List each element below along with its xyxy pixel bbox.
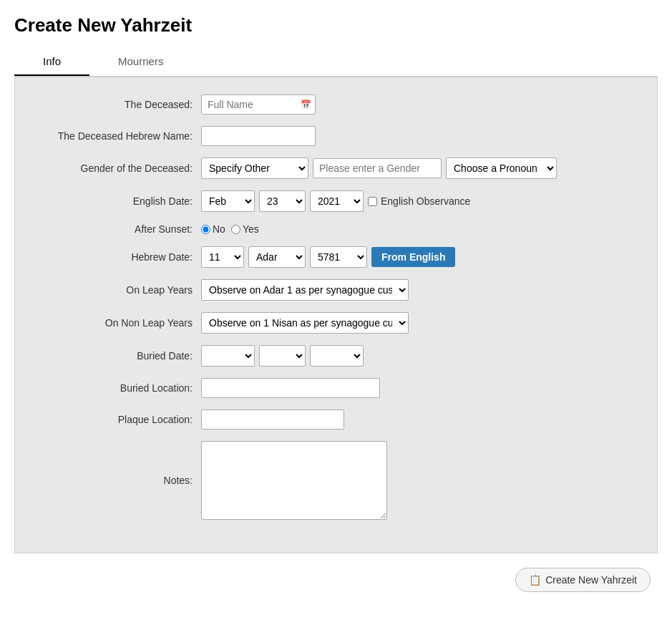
gender-select[interactable]: Specify OtherMaleFemale (201, 158, 308, 179)
deceased-row: The Deceased: 📅 (29, 95, 643, 115)
from-english-button[interactable]: From English (371, 247, 455, 267)
buried-location-label: Buried Location: (29, 382, 201, 394)
no-radio[interactable] (201, 225, 210, 234)
hebrew-month-select[interactable]: NisanIyarSivanTammuzAvElulTishriCheshvan… (248, 246, 306, 268)
leap-years-controls: Observe on Adar 1 as per synagogue custo… (201, 279, 409, 301)
after-sunset-row: After Sunset: No Yes (29, 223, 643, 235)
leap-years-label: On Leap Years (29, 284, 201, 296)
english-day-select[interactable]: 1234567891011121314151617181920212223242… (259, 190, 306, 212)
plaque-location-controls (201, 410, 344, 430)
deceased-controls: 📅 (201, 95, 316, 115)
leap-years-row: On Leap Years Observe on Adar 1 as per s… (29, 279, 643, 301)
yes-label: Yes (243, 223, 259, 235)
notes-label: Notes: (29, 475, 201, 486)
notes-textarea[interactable] (201, 441, 387, 520)
bottom-bar: 📋 Create New Yahrzeit (14, 568, 658, 592)
form-container: The Deceased: 📅 The Deceased Hebrew Name… (14, 77, 658, 553)
tab-info[interactable]: Info (14, 48, 89, 76)
non-leap-years-label: On Non Leap Years (29, 317, 201, 329)
gender-controls: Specify OtherMaleFemale Choose a Pronoun… (201, 158, 557, 179)
create-icon: 📋 (529, 574, 541, 586)
english-date-controls: JanFebMarAprMayJunJulAugSepOctNovDec 123… (201, 190, 470, 212)
buried-location-controls (201, 378, 380, 398)
no-label: No (213, 223, 225, 235)
create-button[interactable]: 📋 Create New Yahrzeit (515, 568, 651, 592)
buried-year-select[interactable]: 20192020202120222023 (310, 345, 364, 367)
pronoun-select[interactable]: Choose a PronounHe/HimShe/HerThey/Them (446, 158, 557, 179)
gender-text-input[interactable] (313, 158, 442, 178)
buried-date-row: Buried Date: JanFebMarAprMayJunJulAugSep… (29, 345, 643, 367)
after-sunset-controls: No Yes (201, 223, 259, 235)
hebrew-name-label: The Deceased Hebrew Name: (29, 130, 201, 142)
yes-radio-label[interactable]: Yes (231, 223, 259, 235)
notes-row: Notes: (29, 441, 643, 520)
non-leap-years-row: On Non Leap Years Observe on 1 Nisan as … (29, 312, 643, 334)
buried-location-row: Buried Location: (29, 378, 643, 398)
non-leap-years-select[interactable]: Observe on 1 Nisan as per synagogue cust… (201, 312, 409, 334)
tabs-container: Info Mourners (14, 48, 658, 77)
buried-date-controls: JanFebMarAprMayJunJulAugSepOctNovDec 123… (201, 345, 364, 367)
buried-location-input[interactable] (201, 378, 380, 398)
english-month-select[interactable]: JanFebMarAprMayJunJulAugSepOctNovDec (201, 190, 255, 212)
hebrew-year-select[interactable]: 57795780578157825783 (310, 246, 367, 268)
deceased-input[interactable] (201, 95, 316, 115)
non-leap-years-controls: Observe on 1 Nisan as per synagogue cust… (201, 312, 409, 334)
english-observance-label[interactable]: English Observance (368, 195, 470, 207)
gender-row: Gender of the Deceased: Specify OtherMal… (29, 158, 643, 179)
hebrew-date-row: Hebrew Date: 123456789101112131415161718… (29, 246, 643, 268)
after-sunset-label: After Sunset: (29, 223, 201, 235)
calendar-icon: 📅 (301, 100, 311, 110)
hebrew-name-row: The Deceased Hebrew Name: (29, 126, 643, 146)
english-date-label: English Date: (29, 195, 201, 207)
tab-mourners[interactable]: Mourners (89, 48, 192, 76)
buried-day-select[interactable]: 1234567891011121314151617181920212223242… (259, 345, 306, 367)
plaque-location-input[interactable] (201, 410, 344, 430)
plaque-location-row: Plaque Location: (29, 410, 643, 430)
hebrew-date-controls: 1234567891011121314151617181920212223242… (201, 246, 455, 268)
page-title: Create New Yahrzeit (14, 14, 658, 37)
english-year-select[interactable]: 20192020202120222023 (310, 190, 364, 212)
deceased-label: The Deceased: (29, 99, 201, 110)
hebrew-name-controls (201, 126, 316, 146)
leap-years-select[interactable]: Observe on Adar 1 as per synagogue custo… (201, 279, 409, 301)
no-radio-label[interactable]: No (201, 223, 225, 235)
english-date-row: English Date: JanFebMarAprMayJunJulAugSe… (29, 190, 643, 212)
hebrew-date-label: Hebrew Date: (29, 251, 201, 263)
english-observance-checkbox[interactable] (368, 197, 377, 206)
english-observance-text: English Observance (381, 195, 470, 207)
yes-radio[interactable] (231, 225, 240, 234)
gender-label: Gender of the Deceased: (29, 163, 201, 174)
full-name-wrapper: 📅 (201, 95, 316, 115)
buried-date-label: Buried Date: (29, 350, 201, 362)
hebrew-name-input[interactable] (201, 126, 316, 146)
buried-month-select[interactable]: JanFebMarAprMayJunJulAugSepOctNovDec (201, 345, 255, 367)
hebrew-day-select[interactable]: 1234567891011121314151617181920212223242… (201, 246, 244, 268)
plaque-location-label: Plaque Location: (29, 414, 201, 425)
create-button-label: Create New Yahrzeit (545, 574, 637, 586)
notes-controls (201, 441, 387, 520)
